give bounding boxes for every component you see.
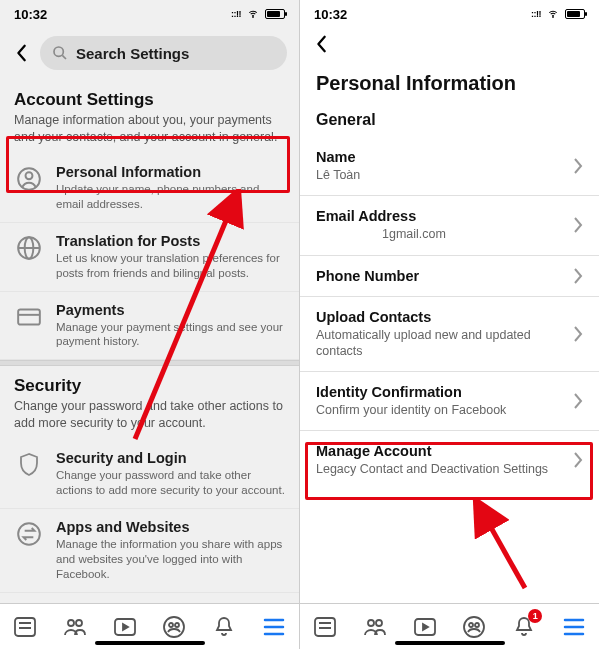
item-security-login[interactable]: Security and Login Change your password … (0, 440, 299, 509)
tab-notifications[interactable] (204, 611, 244, 643)
row-upload-contacts[interactable]: Upload ContactsAutomatically upload new … (300, 297, 599, 373)
search-label: Search Settings (76, 45, 189, 62)
tab-watch[interactable] (405, 611, 445, 643)
chevron-left-icon (15, 44, 29, 62)
svg-point-24 (376, 620, 382, 626)
left-screenshot: 10:32 ::!! Search Settings Account Setti… (0, 0, 299, 649)
chevron-left-icon (315, 35, 329, 53)
battery-icon (565, 9, 585, 19)
search-icon (52, 45, 68, 61)
card-icon (14, 302, 44, 332)
tab-friends[interactable] (55, 611, 95, 643)
item-desc: Change your password and take other acti… (56, 468, 285, 498)
tab-notifications[interactable]: 1 (504, 611, 544, 643)
item-title: Translation for Posts (56, 233, 285, 249)
section-account-settings: Account Settings Manage information abou… (0, 80, 299, 154)
row-identity-confirmation[interactable]: Identity ConfirmationConfirm your identi… (300, 372, 599, 431)
home-indicator (95, 641, 205, 645)
chevron-right-icon (573, 158, 583, 174)
status-bar: 10:32 ::!! (300, 0, 599, 28)
item-desc: Update your name, phone numbers and emai… (56, 182, 285, 212)
item-title: Apps and Websites (56, 519, 285, 535)
svg-point-18 (169, 623, 173, 627)
chevron-right-icon (573, 393, 583, 409)
signal-label: ::!! (231, 9, 241, 19)
search-settings-input[interactable]: Search Settings (40, 36, 287, 70)
back-button[interactable] (312, 34, 332, 54)
tab-feed[interactable] (305, 611, 345, 643)
item-desc: Let us know your translation preferences… (56, 251, 285, 281)
item-payments[interactable]: Payments Manage your payment settings an… (0, 292, 299, 361)
chevron-right-icon (573, 268, 583, 284)
status-time: 10:32 (14, 7, 47, 22)
tab-friends[interactable] (355, 611, 395, 643)
tab-menu[interactable] (554, 611, 594, 643)
svg-point-26 (464, 617, 484, 637)
item-desc: Manage the information you share with ap… (56, 537, 285, 582)
item-translation[interactable]: Translation for Posts Let us know your t… (0, 223, 299, 292)
chevron-right-icon (573, 326, 583, 342)
tab-feed[interactable] (5, 611, 45, 643)
svg-point-14 (68, 620, 74, 626)
svg-rect-13 (15, 618, 35, 636)
tab-menu[interactable] (254, 611, 294, 643)
wifi-icon (546, 9, 560, 19)
svg-point-1 (54, 47, 63, 56)
row-name[interactable]: NameLê Toàn (300, 137, 599, 196)
row-phone[interactable]: Phone Number (300, 256, 599, 297)
svg-point-19 (175, 623, 179, 627)
svg-point-7 (18, 523, 40, 545)
globe-icon (14, 233, 44, 263)
svg-point-0 (253, 17, 254, 18)
notification-badge: 1 (528, 609, 542, 623)
item-title: Payments (56, 302, 285, 318)
svg-point-17 (164, 617, 184, 637)
svg-point-20 (553, 17, 554, 18)
svg-point-28 (475, 623, 479, 627)
section-label-general: General (300, 101, 599, 137)
row-manage-account[interactable]: Manage AccountLegacy Contact and Deactiv… (300, 431, 599, 489)
status-time: 10:32 (314, 7, 347, 22)
status-bar: 10:32 ::!! (0, 0, 299, 28)
tab-groups[interactable] (454, 611, 494, 643)
person-icon (14, 164, 44, 194)
chevron-right-icon (573, 217, 583, 233)
swap-icon (14, 519, 44, 549)
item-title: Personal Information (56, 164, 285, 180)
shield-icon (14, 450, 44, 480)
battery-icon (265, 9, 285, 19)
nav-row: Search Settings (0, 28, 299, 80)
right-screenshot: 10:32 ::!! Personal Information General … (300, 0, 599, 649)
back-button[interactable] (12, 43, 32, 63)
svg-point-23 (368, 620, 374, 626)
item-instant-games[interactable]: Instant Games View and remove Instant Ga… (0, 593, 299, 603)
item-apps-websites[interactable]: Apps and Websites Manage the information… (0, 509, 299, 593)
tab-watch[interactable] (105, 611, 145, 643)
svg-point-3 (26, 172, 33, 179)
page-title: Personal Information (300, 62, 599, 101)
svg-rect-6 (18, 309, 40, 324)
tab-groups[interactable] (154, 611, 194, 643)
svg-rect-22 (315, 618, 335, 636)
svg-point-15 (76, 620, 82, 626)
wifi-icon (246, 9, 260, 19)
item-title: Security and Login (56, 450, 285, 466)
item-desc: Manage your payment settings and see you… (56, 320, 285, 350)
section-security: Security Change your password and take o… (0, 366, 299, 440)
signal-label: ::!! (531, 9, 541, 19)
item-personal-information[interactable]: Personal Information Update your name, p… (0, 154, 299, 223)
home-indicator (395, 641, 505, 645)
row-email[interactable]: Email Address 1gmail.com (300, 196, 599, 255)
chevron-right-icon (573, 452, 583, 468)
svg-point-27 (469, 623, 473, 627)
